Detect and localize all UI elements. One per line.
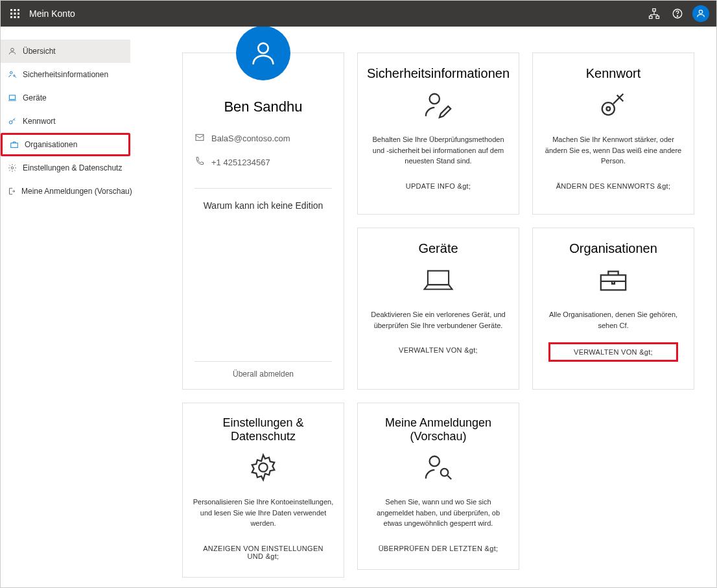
app-header: Mein Konto bbox=[1, 1, 716, 27]
sidebar-item-devices[interactable]: Geräte bbox=[1, 86, 130, 110]
svg-rect-3 bbox=[10, 13, 12, 15]
person-icon bbox=[7, 47, 18, 56]
sidebar-item-label: Sicherheitsinformationen bbox=[23, 70, 108, 79]
card-title: Einstellungen & Datenschutz bbox=[192, 416, 335, 443]
account-avatar[interactable] bbox=[689, 2, 712, 25]
svg-rect-7 bbox=[14, 16, 16, 18]
card-title: Meine Anmeldungen (Vorschau) bbox=[367, 416, 510, 443]
sidebar-item-label: Geräte bbox=[23, 93, 47, 102]
svg-point-25 bbox=[602, 102, 615, 115]
svg-rect-27 bbox=[428, 271, 449, 285]
settings-card: Einstellungen & Datenschutz Personalisie… bbox=[182, 403, 344, 578]
sidebar-item-organizations[interactable]: Organisationen bbox=[1, 133, 130, 156]
svg-rect-9 bbox=[653, 9, 656, 12]
person-key-large-icon bbox=[423, 451, 453, 484]
card-desc: Personalisieren Sie Ihre Kontoeinstellun… bbox=[192, 497, 335, 529]
briefcase-icon bbox=[9, 140, 19, 149]
organizations-card: Organisationen Alle Organisationen, dene… bbox=[532, 228, 694, 390]
update-info-link[interactable]: UPDATE INFO &gt; bbox=[401, 178, 476, 194]
password-card: Kennwort Machen Sie Ihr Kennwort stärker… bbox=[532, 53, 694, 215]
person-edit-icon bbox=[423, 89, 453, 121]
svg-rect-4 bbox=[14, 13, 16, 15]
view-settings-link[interactable]: ANZEIGEN VON EINSTELLUNGEN UND &gt; bbox=[192, 541, 335, 564]
svg-rect-5 bbox=[18, 13, 19, 15]
svg-point-31 bbox=[441, 469, 449, 476]
person-key-icon bbox=[7, 70, 18, 79]
svg-point-15 bbox=[11, 48, 14, 51]
sidebar-item-password[interactable]: Kennwort bbox=[1, 110, 130, 133]
profile-name: Ben Sandhu bbox=[194, 99, 332, 115]
laptop-large-icon bbox=[422, 264, 454, 296]
briefcase-large-icon bbox=[598, 264, 628, 296]
key-large-icon bbox=[598, 89, 628, 121]
profile-card: Ben Sandhu BalaS@contoso.com +1 42512345… bbox=[182, 53, 344, 390]
svg-point-16 bbox=[10, 71, 13, 74]
sidebar-item-label: Einstellungen & Datenschutz bbox=[23, 163, 122, 172]
svg-rect-1 bbox=[14, 9, 16, 11]
svg-point-22 bbox=[258, 43, 268, 53]
change-password-link[interactable]: ÄNDERN DES KENNWORTS &gt; bbox=[551, 178, 676, 194]
svg-point-14 bbox=[699, 10, 702, 14]
svg-rect-28 bbox=[601, 275, 626, 290]
svg-point-30 bbox=[430, 456, 440, 466]
svg-point-29 bbox=[259, 463, 267, 471]
card-title: Geräte bbox=[418, 241, 458, 256]
laptop-icon bbox=[7, 93, 18, 102]
svg-rect-8 bbox=[18, 16, 19, 18]
svg-rect-0 bbox=[10, 9, 12, 11]
sidebar-item-label: Kennwort bbox=[23, 117, 56, 126]
card-desc: Behalten Sie Ihre Überprüfungsmethoden u… bbox=[367, 134, 510, 167]
svg-rect-10 bbox=[650, 16, 653, 19]
sidebar-item-signins[interactable]: Meine Anmeldungen (Vorschau) bbox=[1, 180, 130, 203]
card-title: Sicherheitsinformationen bbox=[367, 66, 510, 81]
app-launcher-icon[interactable] bbox=[5, 3, 25, 24]
sidebar-item-label: Meine Anmeldungen (Vorschau) bbox=[21, 187, 132, 196]
manage-orgs-link[interactable]: VERWALTEN VON &gt; bbox=[548, 342, 678, 362]
key-icon bbox=[7, 117, 18, 126]
card-title: Organisationen bbox=[569, 241, 657, 256]
main-content: Ben Sandhu BalaS@contoso.com +1 42512345… bbox=[130, 27, 716, 588]
mail-icon bbox=[194, 132, 205, 145]
signins-card: Meine Anmeldungen (Vorschau) Sehen Sie, … bbox=[357, 403, 519, 570]
gear-icon bbox=[7, 163, 18, 172]
sidebar-item-settings[interactable]: Einstellungen & Datenschutz bbox=[1, 156, 130, 180]
sidebar: Übersicht Sicherheitsinformationen Gerät… bbox=[1, 27, 130, 588]
svg-rect-6 bbox=[10, 16, 12, 18]
manage-devices-link[interactable]: VERWALTEN VON &gt; bbox=[394, 342, 483, 358]
profile-phone: +1 4251234567 bbox=[211, 158, 270, 167]
help-icon[interactable] bbox=[666, 2, 689, 25]
sidebar-item-label: Übersicht bbox=[23, 47, 56, 56]
profile-avatar-icon bbox=[236, 27, 290, 80]
profile-email-row: BalaS@contoso.com bbox=[194, 132, 332, 145]
profile-phone-row: +1 4251234567 bbox=[194, 156, 332, 169]
svg-point-19 bbox=[9, 121, 12, 124]
card-desc: Sehen Sie, wann und wo Sie sich angemeld… bbox=[367, 497, 510, 529]
svg-rect-11 bbox=[656, 16, 659, 19]
gear-large-icon bbox=[248, 451, 278, 484]
svg-point-17 bbox=[14, 75, 15, 76]
card-desc: Machen Sie Ihr Kennwort stärker, oder än… bbox=[542, 134, 685, 167]
sidebar-item-overview[interactable]: Übersicht bbox=[1, 40, 130, 63]
svg-point-24 bbox=[430, 94, 440, 104]
org-tree-icon[interactable] bbox=[642, 2, 666, 25]
card-title: Kennwort bbox=[586, 66, 641, 81]
svg-point-26 bbox=[606, 107, 610, 111]
card-desc: Deaktivieren Sie ein verlorenes Gerät, u… bbox=[367, 309, 510, 331]
svg-point-13 bbox=[677, 16, 677, 16]
page-title: Mein Konto bbox=[29, 8, 75, 19]
signout-everywhere-link[interactable]: Überall abmelden bbox=[194, 361, 332, 379]
review-signins-link[interactable]: ÜBERPRÜFEN DER LETZTEN &gt; bbox=[373, 541, 504, 556]
svg-point-21 bbox=[11, 167, 14, 169]
svg-rect-20 bbox=[11, 143, 18, 148]
svg-rect-23 bbox=[196, 134, 204, 140]
profile-email: BalaS@contoso.com bbox=[211, 134, 290, 143]
card-desc: Alle Organisationen, denen Sie gehören, … bbox=[542, 309, 685, 331]
profile-edit-question[interactable]: Warum kann ich keine Edition bbox=[194, 200, 332, 211]
svg-rect-18 bbox=[9, 95, 15, 99]
sidebar-item-security[interactable]: Sicherheitsinformationen bbox=[1, 63, 130, 86]
security-card: Sicherheitsinformationen Behalten Sie Ih… bbox=[357, 53, 519, 215]
phone-icon bbox=[194, 156, 205, 169]
signin-icon bbox=[7, 187, 16, 196]
sidebar-item-label: Organisationen bbox=[25, 140, 77, 149]
svg-rect-2 bbox=[18, 9, 19, 11]
